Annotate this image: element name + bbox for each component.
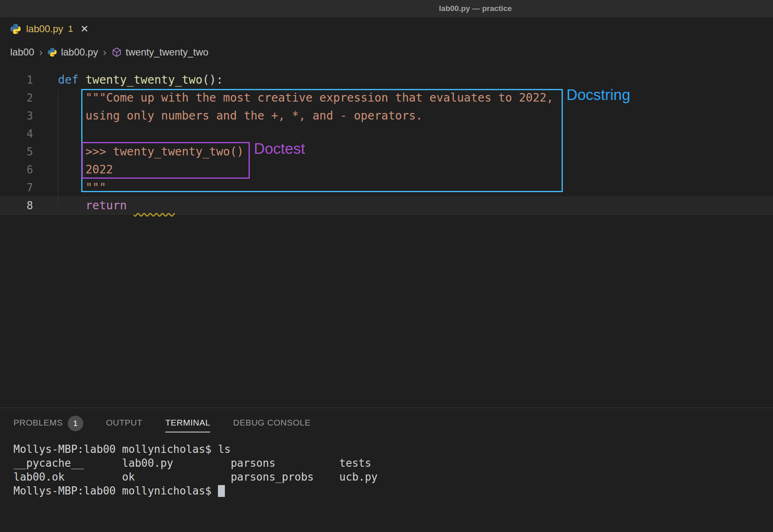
code-token bbox=[58, 109, 85, 122]
code-token bbox=[58, 163, 85, 176]
python-icon bbox=[10, 23, 21, 35]
code-token bbox=[58, 145, 85, 158]
code-token: """Come up with the most creative expres… bbox=[85, 91, 553, 104]
close-icon[interactable]: ✕ bbox=[80, 23, 89, 35]
window-title: lab00.py — practice bbox=[439, 0, 512, 17]
code-token: """ bbox=[85, 181, 106, 194]
python-icon bbox=[47, 47, 57, 57]
panel-tab-problems[interactable]: PROBLEMS1 bbox=[13, 416, 83, 434]
problems-count-badge: 1 bbox=[68, 416, 83, 431]
code-text bbox=[33, 125, 58, 143]
code-area: 1def twenty_twenty_two():2 """Come up wi… bbox=[0, 64, 773, 215]
terminal-line: Mollys-MBP:lab00 mollynicholas$ ls bbox=[13, 442, 773, 456]
code-token: using only numbers and the +, *, and - o… bbox=[85, 109, 422, 122]
terminal-line: __pycache__ lab00.py parsons tests bbox=[13, 456, 773, 470]
code-text: using only numbers and the +, *, and - o… bbox=[33, 107, 422, 125]
code-token bbox=[127, 199, 134, 212]
code-line[interactable]: 5 >>> twenty_twenty_two() bbox=[0, 143, 773, 161]
editor[interactable]: 1def twenty_twenty_two():2 """Come up wi… bbox=[0, 64, 773, 408]
code-text: """ bbox=[33, 179, 106, 197]
bottom-panel: PROBLEMS1OUTPUTTERMINALDEBUG CONSOLE Mol… bbox=[0, 408, 773, 532]
code-token: >>> twenty_twenty_two() bbox=[85, 145, 244, 158]
tab-modified-badge: 1 bbox=[68, 24, 73, 34]
line-number: 6 bbox=[0, 161, 33, 179]
panel-tab-label: DEBUG CONSOLE bbox=[233, 418, 311, 432]
code-line[interactable]: 8 return bbox=[0, 197, 773, 215]
panel-tabs: PROBLEMS1OUTPUTTERMINALDEBUG CONSOLE bbox=[0, 408, 773, 442]
tab-lab00py[interactable]: lab00.py 1 ✕ bbox=[0, 17, 98, 41]
panel-tab-label: PROBLEMS bbox=[13, 418, 63, 432]
panel-tab-label: TERMINAL bbox=[165, 418, 210, 432]
terminal-line: lab00.ok ok parsons_probs ucb.py bbox=[13, 470, 773, 484]
code-token bbox=[133, 199, 175, 212]
code-token: (): bbox=[202, 73, 223, 86]
panel-tab-terminal[interactable]: TERMINAL bbox=[165, 418, 210, 432]
code-token bbox=[58, 181, 85, 194]
line-number: 5 bbox=[0, 143, 33, 161]
indent-guide bbox=[58, 89, 58, 204]
code-token: return bbox=[85, 199, 127, 212]
code-line[interactable]: 6 2022 bbox=[0, 161, 773, 179]
code-text: 2022 bbox=[33, 161, 113, 179]
code-token bbox=[79, 73, 86, 86]
code-token: 2022 bbox=[85, 163, 113, 176]
line-number: 1 bbox=[0, 71, 33, 89]
line-number: 4 bbox=[0, 125, 33, 143]
code-token: def bbox=[58, 73, 79, 86]
code-text: """Come up with the most creative expres… bbox=[33, 89, 553, 107]
code-line[interactable]: 3 using only numbers and the +, *, and -… bbox=[0, 107, 773, 125]
vscode-window: lab00.py — practice lab00.py 1 ✕ lab00 ›… bbox=[0, 0, 773, 532]
breadcrumb: lab00 › lab00.py › twenty_twenty_two bbox=[0, 41, 773, 64]
line-number: 8 bbox=[0, 197, 33, 215]
code-token bbox=[58, 199, 85, 212]
code-line[interactable]: 4 bbox=[0, 125, 773, 143]
terminal-output[interactable]: Mollys-MBP:lab00 mollynicholas$ ls__pyca… bbox=[0, 442, 773, 498]
line-number: 7 bbox=[0, 179, 33, 197]
code-token bbox=[58, 91, 85, 104]
breadcrumb-folder[interactable]: lab00 bbox=[10, 47, 34, 58]
terminal-cursor bbox=[218, 485, 225, 497]
titlebar: lab00.py — practice bbox=[0, 0, 773, 17]
editor-tabbar: lab00.py 1 ✕ bbox=[0, 17, 773, 41]
chevron-right-icon: › bbox=[39, 46, 43, 59]
breadcrumb-symbol[interactable]: twenty_twenty_two bbox=[126, 47, 209, 58]
code-line[interactable]: 1def twenty_twenty_two(): bbox=[0, 71, 773, 89]
panel-tab-output[interactable]: OUTPUT bbox=[106, 418, 142, 432]
code-token: twenty_twenty_two bbox=[85, 73, 202, 86]
chevron-right-icon: › bbox=[103, 46, 107, 59]
tab-label: lab00.py bbox=[26, 23, 63, 35]
line-number: 2 bbox=[0, 89, 33, 107]
code-line[interactable]: 2 """Come up with the most creative expr… bbox=[0, 89, 773, 107]
code-text: return bbox=[33, 197, 175, 215]
symbol-cube-icon bbox=[111, 47, 122, 58]
line-number: 3 bbox=[0, 107, 33, 125]
panel-tab-debug-console[interactable]: DEBUG CONSOLE bbox=[233, 418, 311, 432]
panel-tab-label: OUTPUT bbox=[106, 418, 142, 432]
code-line[interactable]: 7 """ bbox=[0, 179, 773, 197]
terminal-line: Mollys-MBP:lab00 mollynicholas$ bbox=[13, 484, 773, 498]
code-text: def twenty_twenty_two(): bbox=[33, 71, 223, 89]
code-text: >>> twenty_twenty_two() bbox=[33, 143, 244, 161]
breadcrumb-file[interactable]: lab00.py bbox=[61, 47, 98, 58]
